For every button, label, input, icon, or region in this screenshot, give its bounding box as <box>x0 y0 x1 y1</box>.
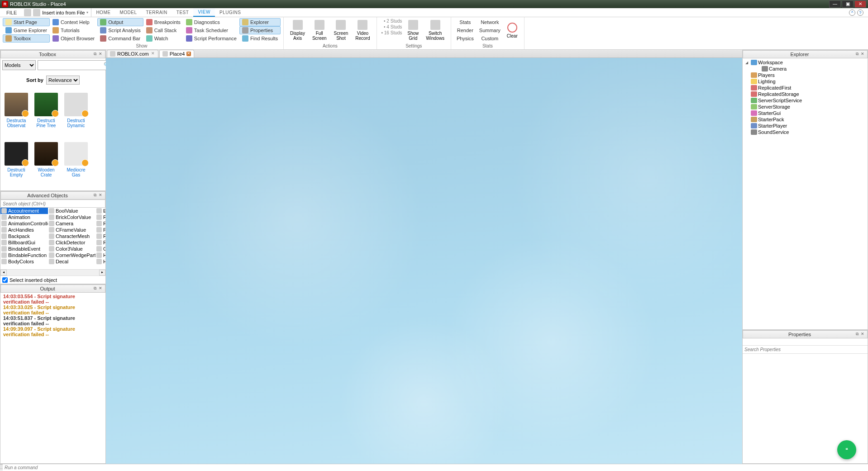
ribbon-btn-context-help[interactable]: Context Help <box>50 18 97 26</box>
advobj-item[interactable]: Decal <box>48 258 95 265</box>
ribbon-btn-find-results[interactable]: Find Results <box>239 34 281 43</box>
advobj-item[interactable]: Glu <box>95 246 105 252</box>
advobj-item[interactable]: Camera <box>48 220 95 227</box>
explorer-close-icon[interactable]: ✕ <box>860 52 865 57</box>
ribbon-tab-plugins[interactable]: PLUGINS <box>215 8 245 17</box>
advobj-item[interactable]: BindableFunction <box>0 252 48 258</box>
advobj-item[interactable]: AnimationController <box>0 220 48 227</box>
settings-switch-windows[interactable]: SwitchWindows <box>422 18 448 43</box>
stud-option[interactable]: • 2 Studs <box>380 18 404 24</box>
explorer-undock-icon[interactable]: ⧉ <box>854 52 860 57</box>
qat-insert-label[interactable]: Insert into from File <box>42 10 85 15</box>
output-close-icon[interactable]: ✕ <box>98 286 103 291</box>
advobj-undock-icon[interactable]: ⧉ <box>92 193 98 198</box>
toolbox-item[interactable]: Destructi Empty <box>1 139 31 189</box>
doc-tab-close-icon[interactable]: ✕ <box>186 52 191 56</box>
minimize-button[interactable]: — <box>829 0 841 8</box>
ribbon-btn-task-scheduler[interactable]: Task Scheduler <box>183 26 239 34</box>
advobj-item[interactable]: BoolValue <box>48 208 95 214</box>
explorer-node-players[interactable]: Players <box>744 72 867 78</box>
ribbon-btn-output[interactable]: Output <box>97 18 143 26</box>
toolbox-close-icon[interactable]: ✕ <box>98 52 103 57</box>
stats-physics[interactable]: Physics <box>454 34 477 43</box>
explorer-node-starterpack[interactable]: StarterPack <box>744 116 867 123</box>
qat-insert-icon[interactable] <box>33 9 40 16</box>
properties-search-input[interactable] <box>743 346 868 354</box>
ribbon-btn-tutorials[interactable]: Tutorials <box>50 26 97 34</box>
explorer-node-serverstorage[interactable]: ServerStorage <box>744 104 867 110</box>
properties-undock-icon[interactable]: ⧉ <box>854 332 860 337</box>
advobj-scrollbar[interactable]: ◂ ▸ <box>0 269 105 276</box>
ribbon-btn-command-bar[interactable]: Command Bar <box>97 34 143 43</box>
ribbon-tab-test[interactable]: TEST <box>172 8 194 17</box>
ribbon-btn-watch[interactable]: Watch <box>143 34 183 43</box>
document-tab[interactable]: ROBLOX.com✕ <box>107 50 158 57</box>
stud-option[interactable]: • 4 Studs <box>380 24 404 30</box>
advobj-item[interactable]: BillboardGui <box>0 239 48 246</box>
advobj-search-input[interactable] <box>0 200 105 208</box>
action-full-screen[interactable]: FullScreen <box>309 18 330 43</box>
toolbox-item[interactable]: Mediocre Gas <box>61 139 91 189</box>
explorer-node-starterplayer[interactable]: StarterPlayer <box>744 123 867 129</box>
scroll-left-icon[interactable]: ◂ <box>0 270 7 276</box>
toolbox-item[interactable]: Destructi Dynamic <box>61 90 91 139</box>
ribbon-btn-start-page[interactable]: Start Page <box>3 18 50 26</box>
stats-render[interactable]: Render <box>454 26 477 34</box>
ribbon-tab-model[interactable]: MODEL <box>115 8 141 17</box>
ribbon-btn-diagnostics[interactable]: Diagnostics <box>183 18 239 26</box>
advobj-item[interactable]: Exp <box>95 208 105 214</box>
output-body[interactable]: 14:03:03.554 - Script signature verifica… <box>0 293 105 463</box>
properties-close-icon[interactable]: ✕ <box>860 332 865 337</box>
ribbon-tab-terrain[interactable]: TERRAIN <box>141 8 172 17</box>
chat-fab-button[interactable]: ❝ <box>837 440 856 459</box>
help-icon[interactable]: ? <box>857 10 863 16</box>
action-screen-shot[interactable]: ScreenShot <box>330 18 352 43</box>
ribbon-tab-home[interactable]: HOME <box>91 8 115 17</box>
advobj-close-icon[interactable]: ✕ <box>98 193 103 198</box>
stats-clear-button[interactable]: Clear <box>503 18 521 43</box>
advobj-item[interactable]: Flag <box>95 220 105 227</box>
advobj-item[interactable]: Animation <box>0 214 48 220</box>
advobj-item[interactable]: CFrameValue <box>48 227 95 233</box>
advobj-item[interactable]: Fra <box>95 239 105 246</box>
advobj-item[interactable]: Har <box>95 252 105 258</box>
explorer-node-replicatedfirst[interactable]: ReplicatedFirst <box>744 85 867 91</box>
ribbon-btn-game-explorer[interactable]: Game Explorer <box>3 26 50 34</box>
toolbox-item[interactable]: Wooden Crate <box>31 139 61 189</box>
action-display-axis[interactable]: DisplayAxis <box>286 18 309 43</box>
advobj-item[interactable]: ArcHandles <box>0 227 48 233</box>
command-input[interactable] <box>3 464 868 471</box>
advobj-item[interactable]: CornerWedgePart <box>48 252 95 258</box>
explorer-node-workspace[interactable]: ◢Workspace <box>744 59 867 66</box>
explorer-node-camera[interactable]: Camera <box>744 66 867 72</box>
settings-show-grid[interactable]: ShowGrid <box>404 18 422 43</box>
ribbon-btn-toolbox[interactable]: Toolbox <box>3 34 50 43</box>
explorer-node-serverscriptservice[interactable]: ServerScriptService <box>744 97 867 104</box>
scroll-right-icon[interactable]: ▸ <box>99 270 105 276</box>
stats-summary[interactable]: Summary <box>477 26 503 34</box>
advobj-item[interactable]: ClickDetector <box>48 239 95 246</box>
close-button[interactable]: ✕ <box>854 0 866 8</box>
advobj-item[interactable]: BrickColorValue <box>48 214 95 220</box>
toolbox-category-select[interactable]: Models <box>2 60 36 70</box>
explorer-node-soundservice[interactable]: SoundService <box>744 129 867 135</box>
advobj-item[interactable]: BindableEvent <box>0 246 48 252</box>
toolbox-search-input[interactable] <box>38 60 112 70</box>
ribbon-btn-breakpoints[interactable]: Breakpoints <box>143 18 183 26</box>
ribbon-btn-call-stack[interactable]: Call Stack <box>143 26 183 34</box>
select-inserted-checkbox[interactable] <box>2 277 8 283</box>
document-tab[interactable]: Place4✕ <box>159 50 195 57</box>
advobj-item[interactable]: Accoutrement <box>0 208 48 214</box>
action-video-record[interactable]: VideoRecord <box>352 18 373 43</box>
toolbox-sort-select[interactable]: Relevance <box>46 76 80 85</box>
stats-custom[interactable]: Custom <box>477 34 503 43</box>
qat-new-icon[interactable] <box>24 9 31 16</box>
ribbon-btn-explorer[interactable]: Explorer <box>239 18 281 26</box>
ribbon-btn-object-browser[interactable]: Object Browser <box>50 34 97 43</box>
toolbox-undock-icon[interactable]: ⧉ <box>92 52 98 57</box>
advobj-item[interactable]: Color3Value <box>48 246 95 252</box>
toolbox-item[interactable]: Destructi Pine Tree <box>31 90 61 139</box>
stats-stats[interactable]: Stats <box>454 18 477 26</box>
explorer-node-replicatedstorage[interactable]: ReplicatedStorage <box>744 91 867 97</box>
advobj-item[interactable]: Backpack <box>0 233 48 239</box>
